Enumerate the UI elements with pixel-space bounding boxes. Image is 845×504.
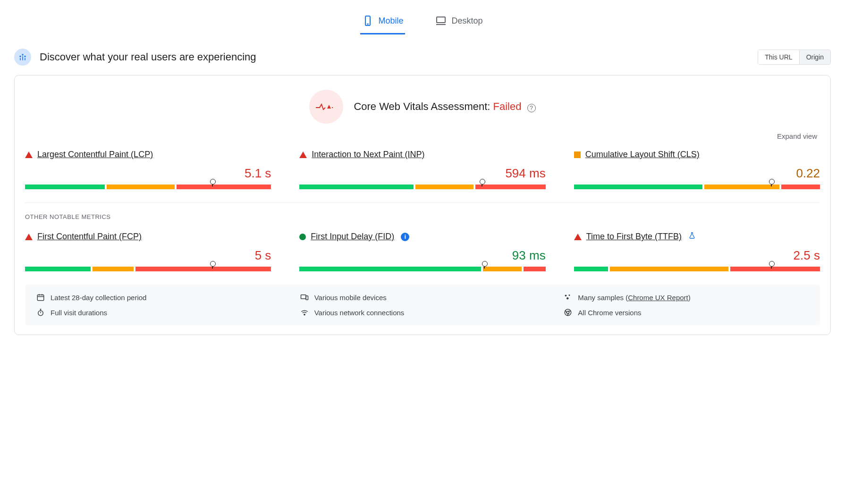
assessment-text: Core Web Vitals Assessment: Failed ? xyxy=(354,101,535,113)
scatter-icon xyxy=(564,293,572,302)
metric-fid-value: 93 ms xyxy=(299,248,545,263)
crux-report-link[interactable]: Chrome UX Report xyxy=(628,294,688,302)
marker-icon xyxy=(212,182,213,186)
assessment-status: Failed xyxy=(493,101,522,112)
svg-point-6 xyxy=(24,56,25,57)
svg-marker-10 xyxy=(327,105,331,109)
metric-inp-value: 594 ms xyxy=(299,166,545,181)
metric-ttfb-name[interactable]: Time to First Byte (TTFB) xyxy=(586,232,682,242)
metric-inp: Interaction to Next Paint (INP) 594 ms xyxy=(299,150,545,189)
wifi-icon xyxy=(300,308,309,317)
footer-versions: All Chrome versions xyxy=(564,308,809,317)
footer-period: Latest 28-day collection period xyxy=(36,293,281,302)
svg-point-20 xyxy=(566,297,569,300)
device-tabs: Mobile Desktop xyxy=(14,9,831,34)
svg-rect-17 xyxy=(306,296,308,300)
triangle-poor-icon xyxy=(25,151,33,158)
assessment-row: Core Web Vitals Assessment: Failed ? xyxy=(25,90,820,124)
svg-rect-9 xyxy=(25,58,25,60)
tab-mobile-label: Mobile xyxy=(378,16,403,26)
svg-point-4 xyxy=(19,56,21,57)
info-icon[interactable]: i xyxy=(401,233,409,241)
other-metrics-grid: First Contentful Paint (FCP) 5 s First I… xyxy=(25,232,820,271)
metric-ttfb-value: 2.5 s xyxy=(574,248,820,263)
vitals-status-icon xyxy=(309,90,343,124)
metric-cls: Cumulative Layout Shift (CLS) 0.22 xyxy=(574,150,820,189)
svg-point-5 xyxy=(22,54,23,55)
metric-fid-distribution xyxy=(299,267,545,271)
help-icon[interactable]: ? xyxy=(527,104,536,112)
svg-rect-16 xyxy=(301,295,306,299)
scope-toggle: This URL Origin xyxy=(758,50,831,65)
flask-icon[interactable] xyxy=(688,232,696,242)
toggle-origin[interactable]: Origin xyxy=(799,50,830,64)
svg-rect-7 xyxy=(20,58,21,60)
tab-mobile[interactable]: Mobile xyxy=(360,9,405,34)
mobile-icon xyxy=(362,15,373,26)
vitals-card: Core Web Vitals Assessment: Failed ? Exp… xyxy=(14,75,831,335)
marker-icon xyxy=(212,264,213,269)
other-metrics-label: OTHER NOTABLE METRICS xyxy=(25,213,820,220)
svg-rect-2 xyxy=(437,17,445,23)
triangle-poor-icon xyxy=(25,234,33,240)
metric-lcp-name[interactable]: Largest Contentful Paint (LCP) xyxy=(37,150,153,160)
triangle-poor-icon xyxy=(299,151,307,158)
metric-lcp-value: 5.1 s xyxy=(25,166,271,181)
marker-icon xyxy=(484,264,485,269)
svg-point-19 xyxy=(569,294,570,296)
metric-lcp-distribution xyxy=(25,185,271,189)
svg-point-25 xyxy=(304,314,305,315)
core-metrics-grid: Largest Contentful Paint (LCP) 5.1 s Int… xyxy=(25,150,820,189)
stopwatch-icon xyxy=(36,308,45,317)
metric-ttfb-distribution xyxy=(574,267,820,271)
circle-good-icon xyxy=(299,234,306,240)
square-ni-icon xyxy=(574,151,581,158)
metric-inp-distribution xyxy=(299,185,545,189)
metric-ttfb: Time to First Byte (TTFB) 2.5 s xyxy=(574,232,820,271)
divider xyxy=(25,202,820,203)
assessment-label: Core Web Vitals Assessment: xyxy=(354,101,493,112)
metric-inp-name[interactable]: Interaction to Next Paint (INP) xyxy=(312,150,424,160)
metric-fid: First Input Delay (FID) i 93 ms xyxy=(299,232,545,271)
page-title: Discover what your real users are experi… xyxy=(40,51,256,63)
footer-samples: Many samples (Chrome UX Report) xyxy=(564,293,809,302)
footer-durations: Full visit durations xyxy=(36,308,281,317)
metric-fcp-distribution xyxy=(25,267,271,271)
calendar-icon xyxy=(36,293,45,302)
desktop-icon xyxy=(435,15,447,26)
marker-icon xyxy=(771,182,772,186)
users-chart-icon xyxy=(14,49,31,66)
chrome-icon xyxy=(564,308,572,317)
metric-fcp-value: 5 s xyxy=(25,248,271,263)
footer-network: Various network connections xyxy=(300,308,545,317)
expand-view-link[interactable]: Expand view xyxy=(25,132,820,140)
tab-desktop[interactable]: Desktop xyxy=(433,9,484,34)
tab-desktop-label: Desktop xyxy=(451,16,482,26)
devices-icon xyxy=(300,293,309,302)
metric-cls-distribution xyxy=(574,185,820,189)
metric-cls-name[interactable]: Cumulative Layout Shift (CLS) xyxy=(585,150,700,160)
triangle-poor-icon xyxy=(574,234,582,240)
marker-icon xyxy=(771,264,772,269)
toggle-this-url[interactable]: This URL xyxy=(758,50,799,64)
svg-rect-12 xyxy=(37,295,44,301)
header-row: Discover what your real users are experi… xyxy=(14,49,831,66)
metric-lcp: Largest Contentful Paint (LCP) 5.1 s xyxy=(25,150,271,189)
svg-rect-8 xyxy=(22,56,23,60)
marker-icon xyxy=(482,182,482,186)
svg-point-18 xyxy=(565,294,567,296)
metric-fcp-name[interactable]: First Contentful Paint (FCP) xyxy=(37,232,142,242)
metric-fid-name[interactable]: First Input Delay (FID) xyxy=(311,232,394,242)
metric-fcp: First Contentful Paint (FCP) 5 s xyxy=(25,232,271,271)
context-footer: Latest 28-day collection period Various … xyxy=(25,285,820,325)
footer-devices: Various mobile devices xyxy=(300,293,545,302)
metric-cls-value: 0.22 xyxy=(574,166,820,181)
